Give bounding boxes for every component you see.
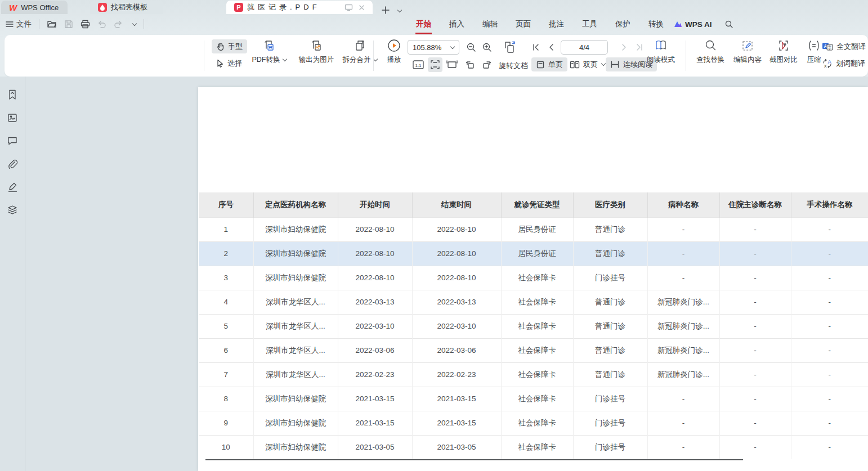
word-translate-label: 划词翻译	[836, 59, 865, 69]
zoom-in-button[interactable]	[481, 41, 493, 53]
screenshot-compare-button[interactable]: 截图对比	[766, 39, 802, 65]
menu-home[interactable]: 开始	[415, 18, 432, 30]
wps-ai-button[interactable]: WPS AI	[673, 20, 712, 29]
tab-list-chevron-icon[interactable]	[397, 8, 402, 12]
table-cell: 2021-03-15	[338, 387, 412, 411]
print-icon[interactable]	[80, 20, 90, 29]
thumbnail-icon[interactable]	[7, 112, 18, 123]
fit-width-button[interactable]	[445, 57, 459, 72]
table-cell: 新冠肺炎门诊...	[647, 314, 719, 338]
document-viewport[interactable]: 序号定点医药机构名称开始时间结束时间就诊凭证类型医疗类别病种名称住院主诊断名称手…	[0, 77, 868, 471]
monitor-icon[interactable]	[344, 4, 353, 11]
export-image-button[interactable]: 输出为图片	[293, 39, 340, 65]
menu-edit[interactable]: 编辑	[482, 18, 498, 30]
table-cell: 2022-08-10	[412, 241, 501, 266]
actual-size-button[interactable]: 1:1	[411, 57, 426, 72]
fit-page-button[interactable]	[428, 57, 442, 72]
next-page-button[interactable]	[618, 41, 630, 53]
bookmark-icon[interactable]	[7, 89, 18, 100]
attachment-icon[interactable]	[7, 158, 18, 169]
find-replace-button[interactable]: 查找替换	[692, 39, 728, 65]
play-button[interactable]: 播放	[381, 39, 408, 65]
menu-bar: 文件 开始 插入 编辑 页面 批注 工具 保护 转换	[0, 14, 868, 34]
table-cell: -	[719, 435, 791, 459]
read-mode-label: 阅读模式	[647, 55, 675, 65]
table-cell: -	[719, 314, 791, 338]
table-cell: 普通门诊	[573, 290, 647, 314]
signature-icon[interactable]	[7, 181, 18, 192]
menu-page[interactable]: 页面	[515, 18, 531, 30]
divider	[686, 41, 686, 71]
divider	[204, 41, 204, 71]
table-cell: 社会保障卡	[501, 266, 573, 290]
rotate-right-button[interactable]	[480, 57, 494, 72]
double-page-icon	[570, 60, 580, 69]
table-header-cell: 住院主诊断名称	[719, 192, 791, 217]
zoom-level-select[interactable]: 105.88%	[408, 40, 459, 55]
ribbon-menus: 开始 插入 编辑 页面 批注 工具 保护 转换	[415, 14, 664, 34]
undo-icon[interactable]	[97, 20, 106, 28]
single-page-label: 单页	[548, 60, 563, 70]
zoom-out-button[interactable]	[465, 41, 477, 53]
split-merge-button[interactable]: 拆分合并	[338, 39, 382, 65]
pdf-convert-button[interactable]: PDF转换	[245, 39, 293, 65]
rotate-doc-label[interactable]: 旋转文档	[499, 61, 528, 71]
export-image-icon	[310, 39, 323, 52]
layers-icon[interactable]	[7, 204, 18, 216]
menu-annotate[interactable]: 批注	[548, 18, 565, 30]
table-cell: -	[791, 338, 868, 362]
table-cell: 2	[199, 241, 253, 266]
menu-tools[interactable]: 工具	[581, 18, 598, 30]
first-page-button[interactable]	[530, 41, 542, 53]
table-cell: 深圳市妇幼保健院	[253, 387, 338, 411]
edit-content-button[interactable]: 编辑内容	[730, 39, 766, 65]
table-row: 6深圳市龙华区人...2022-03-062022-03-06社会保障卡普通门诊…	[199, 338, 868, 362]
word-translate-button[interactable]: xA 划词翻译	[820, 56, 868, 70]
file-menu-button[interactable]: 文件	[6, 19, 32, 29]
table-cell: 居民身份证	[501, 217, 573, 241]
tab-pdf-document[interactable]: P 就医记录.PDF	[226, 1, 373, 14]
table-cell: 2022-02-23	[338, 362, 412, 387]
table-header-cell: 医疗类别	[573, 192, 647, 217]
menu-insert[interactable]: 插入	[449, 18, 465, 30]
save-icon[interactable]	[64, 20, 73, 29]
prev-page-button[interactable]	[545, 41, 557, 53]
open-file-icon[interactable]	[47, 20, 57, 29]
table-cell: 普通门诊	[573, 241, 647, 266]
double-page-label: 双页	[583, 60, 598, 70]
table-header-cell: 开始时间	[338, 192, 412, 217]
fit-page-icon	[430, 60, 440, 70]
rotate-right-icon	[482, 60, 492, 70]
select-tool-button[interactable]: 选择	[212, 56, 247, 70]
menu-protect[interactable]: 保护	[615, 18, 631, 30]
redo-icon[interactable]	[114, 20, 123, 28]
table-cell: 2022-03-06	[412, 338, 501, 362]
rotate-left-button[interactable]	[463, 57, 477, 72]
table-cell: 深圳市妇幼保健院	[253, 266, 338, 290]
rotate-pages-button[interactable]	[502, 40, 518, 55]
table-cell: -	[791, 241, 868, 266]
hamburger-icon	[6, 21, 14, 28]
table-cell: 10	[199, 435, 253, 459]
hand-tool-button[interactable]: 手型	[212, 39, 247, 53]
double-page-button[interactable]: 双页	[565, 57, 610, 71]
new-tab-icon[interactable]	[382, 6, 390, 14]
table-cell: 8	[199, 387, 253, 411]
chevron-down-icon	[450, 44, 455, 48]
single-page-button[interactable]: 单页	[531, 57, 567, 71]
table-cell: -	[647, 241, 719, 266]
comment-icon[interactable]	[7, 135, 18, 146]
tab-wps-office[interactable]: W WPS Office	[1, 1, 68, 14]
table-cell: 2021-03-15	[412, 387, 501, 411]
table-cell: 深圳市妇幼保健院	[253, 435, 338, 459]
prev-page-icon	[548, 43, 554, 51]
pdf-page: 序号定点医药机构名称开始时间结束时间就诊凭证类型医疗类别病种名称住院主诊断名称手…	[198, 87, 868, 471]
more-actions-chevron-icon[interactable]	[132, 21, 137, 25]
close-tab-icon[interactable]	[359, 5, 365, 11]
read-mode-button[interactable]: 阅读模式	[643, 39, 679, 65]
search-icon[interactable]	[724, 20, 733, 29]
full-translate-button[interactable]: A字 全文翻译	[820, 39, 868, 53]
tab-docer-templates[interactable]: 找稻壳模板	[90, 1, 163, 14]
page-indicator-input[interactable]: 4/4	[561, 40, 608, 55]
menu-convert[interactable]: 转换	[648, 18, 664, 30]
